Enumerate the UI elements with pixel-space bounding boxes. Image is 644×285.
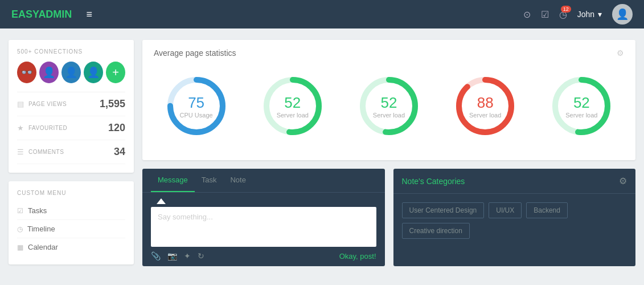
- comments-icon: ☰: [17, 148, 24, 156]
- donut-value-s4: 52: [565, 94, 597, 112]
- chart-s3: 88 Server load: [451, 72, 519, 140]
- donut-sublabel-s1: Server load: [277, 112, 309, 119]
- notes-card: Note's Categories ⚙ User Centered Design…: [393, 169, 636, 266]
- chart-s4: 52 Server load: [547, 72, 616, 140]
- donut-value-s3: 88: [469, 94, 501, 112]
- tag-0[interactable]: User Centered Design: [402, 202, 485, 218]
- donut-wrap-s2: 52 Server load: [355, 72, 423, 140]
- charts-row: 75 CPU Usage 52 Server load 52 Server lo…: [154, 66, 624, 152]
- user-menu[interactable]: John ▾: [577, 10, 602, 19]
- tasks-icon[interactable]: ☑: [541, 9, 549, 20]
- donut-wrap-s1: 52 Server load: [259, 72, 327, 140]
- tag-1[interactable]: UI/UX: [489, 202, 522, 218]
- avatar-2[interactable]: 👤: [39, 62, 59, 83]
- main-layout: 500+ CONNECTIONS 👓 👤 👤 👤 + ▤ PAGE VIEWS …: [0, 28, 644, 278]
- donut-label-cpu: 75 CPU Usage: [180, 94, 213, 119]
- chart-s2: 52 Server load: [355, 72, 423, 140]
- avatars-row: 👓 👤 👤 👤 +: [17, 62, 125, 83]
- donut-sublabel-cpu: CPU Usage: [180, 112, 213, 119]
- tab-task[interactable]: Task: [195, 169, 224, 192]
- message-placeholder: Say something...: [158, 213, 370, 221]
- sidebar-item-calendar[interactable]: ▦ Calendar: [17, 238, 125, 256]
- message-body: Say something... 📎 📷 ✦ ↻ Okay, post!: [142, 193, 385, 266]
- notes-gear-icon[interactable]: ⚙: [619, 176, 627, 186]
- sticker-icon[interactable]: ✦: [184, 251, 191, 260]
- message-tabs: Message Task Note: [142, 169, 385, 193]
- donut-label-s2: 52 Server load: [373, 94, 405, 119]
- donut-value-s1: 52: [277, 94, 309, 112]
- donut-value-cpu: 75: [180, 94, 213, 112]
- donut-label-s3: 88 Server load: [469, 94, 501, 119]
- avatar-3[interactable]: 👤: [61, 62, 81, 83]
- hamburger-icon[interactable]: ≡: [86, 9, 92, 21]
- user-avatar[interactable]: 👤: [612, 4, 633, 25]
- notes-header: Note's Categories ⚙: [393, 169, 636, 194]
- donut-sublabel-s2: Server load: [373, 112, 405, 119]
- bar-chart-icon: ▤: [17, 100, 24, 108]
- donut-wrap-cpu: 75 CPU Usage: [162, 72, 231, 140]
- tab-message[interactable]: Message: [151, 169, 195, 192]
- sidebar-item-timeline[interactable]: ◷ Timeline: [17, 220, 125, 238]
- donut-wrap-s4: 52 Server load: [547, 72, 616, 140]
- history-icon[interactable]: ⊙: [523, 9, 531, 20]
- avatar-1[interactable]: 👓: [17, 62, 36, 83]
- page-views-row: ▤ PAGE VIEWS 1,595: [17, 92, 125, 116]
- stats-gear-icon[interactable]: ⚙: [617, 48, 624, 58]
- custom-menu-label: CUSTOM MENU: [17, 190, 125, 196]
- custom-menu-card: CUSTOM MENU ☑ Tasks ◷ Timeline ▦ Calenda…: [9, 181, 134, 264]
- add-connection-button[interactable]: +: [106, 62, 125, 83]
- camera-icon[interactable]: 📷: [167, 251, 177, 260]
- chart-s1: 52 Server load: [259, 72, 327, 140]
- message-card: Message Task Note Say something... 📎 📷 ✦…: [142, 169, 385, 266]
- connections-label: 500+ CONNECTIONS: [17, 48, 125, 55]
- header: EASYADMIN ≡ ⊙ ☑ ◷ 12 John ▾ 👤: [0, 0, 644, 28]
- donut-sublabel-s4: Server load: [565, 112, 597, 119]
- favourited-row: ★ FAVOURITED 120: [17, 116, 125, 140]
- logo: EASYADMIN: [11, 9, 72, 21]
- donut-sublabel-s3: Server load: [469, 112, 501, 119]
- main-content: Average page statistics ⚙ 75 CPU Usage: [142, 40, 635, 266]
- tasks-menu-icon: ☑: [17, 207, 23, 215]
- notes-body: User Centered DesignUI/UXBackendCreative…: [393, 194, 636, 252]
- connections-card: 500+ CONNECTIONS 👓 👤 👤 👤 + ▤ PAGE VIEWS …: [9, 40, 134, 173]
- comments-row: ☰ COMMENTS 34: [17, 140, 125, 164]
- tag-2[interactable]: Backend: [526, 202, 568, 218]
- star-icon: ★: [17, 124, 24, 132]
- bottom-row: Message Task Note Say something... 📎 📷 ✦…: [142, 169, 635, 266]
- calendar-menu-icon: ▦: [17, 243, 23, 251]
- header-icons: ⊙ ☑ ◷ 12 John ▾ 👤: [523, 4, 633, 25]
- donut-wrap-s3: 88 Server load: [451, 72, 519, 140]
- donut-value-s2: 52: [373, 94, 405, 112]
- tab-note[interactable]: Note: [223, 169, 252, 192]
- notes-title: Note's Categories: [402, 177, 465, 186]
- stats-card: Average page statistics ⚙ 75 CPU Usage: [142, 40, 635, 160]
- sidebar: 500+ CONNECTIONS 👓 👤 👤 👤 + ▤ PAGE VIEWS …: [9, 40, 134, 266]
- timeline-menu-icon: ◷: [17, 225, 23, 233]
- tag-3[interactable]: Creative direction: [402, 223, 470, 239]
- donut-label-s1: 52 Server load: [277, 94, 309, 119]
- stats-section: ▤ PAGE VIEWS 1,595 ★ FAVOURITED 120 ☰ CO…: [17, 92, 125, 164]
- tag-row-1: User Centered DesignUI/UXBackendCreative…: [402, 202, 627, 239]
- refresh-icon[interactable]: ↻: [198, 251, 204, 260]
- message-actions: 📎 📷 ✦ ↻ Okay, post!: [151, 247, 376, 260]
- message-input-area[interactable]: Say something...: [151, 207, 376, 247]
- sidebar-item-tasks[interactable]: ☑ Tasks: [17, 202, 125, 220]
- chart-cpu: 75 CPU Usage: [162, 72, 231, 140]
- notifications-badge: 12: [561, 6, 571, 13]
- notifications-icon[interactable]: ◷ 12: [559, 9, 567, 20]
- stats-card-header: Average page statistics ⚙: [154, 48, 624, 58]
- avatar-4[interactable]: 👤: [84, 62, 103, 83]
- donut-label-s4: 52 Server load: [565, 94, 597, 119]
- post-button[interactable]: Okay, post!: [339, 252, 376, 260]
- message-notch: [157, 198, 166, 204]
- attach-icon[interactable]: 📎: [151, 251, 161, 260]
